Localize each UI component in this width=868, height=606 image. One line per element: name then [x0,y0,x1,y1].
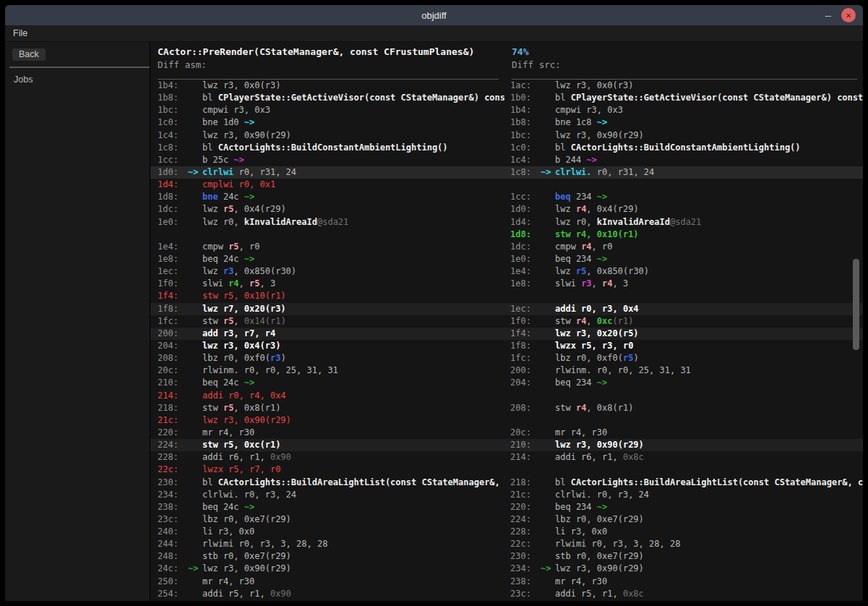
asm-line-right[interactable]: 1e4:lwz r5, 0x850(r30) [504,265,863,278]
asm-line-right[interactable]: 1d0:lwz r4, 0x4(r29) [504,203,863,215]
diff-row[interactable]: 1c0:bne 1d0 ~>1b8:bne 1c8 ~> [150,116,863,129]
diff-row[interactable]: 240:li r3, 0x0228:li r3, 0x0 [150,526,863,538]
asm-line-left[interactable]: 228:addi r6, r1, 0x90 [150,451,504,464]
asm-line-right[interactable]: 200:rlwinm. r0, r0, 25, 31, 31 [504,364,863,377]
diff-row[interactable]: 1e8:beq 24c ~>1e0:beq 234 ~> [150,253,863,265]
title-bar[interactable]: objdiff – ✕ [5,5,863,25]
asm-line-left[interactable]: 1f4:stw r5, 0x10(r1) [150,290,504,302]
menu-item-file[interactable]: File [5,28,35,38]
asm-line-right[interactable]: 1ac:lwz r3, 0x0(r3) [504,80,863,92]
asm-line-right[interactable]: 230:stb r0, 0xe7(r29) [504,550,863,563]
asm-line-left[interactable]: 1fc:stw r5, 0x14(r1) [150,315,504,328]
asm-line-right[interactable]: 20c:mr r4, r30 [504,427,863,439]
asm-line-left[interactable]: 1cc:b 25c ~> [150,154,504,166]
asm-line-right[interactable]: 21c:clrlwi. r0, r3, 24 [504,489,863,501]
asm-line-right[interactable]: 23c:addi r5, r1, 0x8c [504,588,863,600]
asm-line-left[interactable]: 1d8:bne 24c ~> [150,191,504,203]
diff-row[interactable]: 238:beq 24c ~>220:beq 234 ~> [150,501,863,513]
asm-line-left[interactable]: 24c:~>lwz r3, 0x90(r29) [150,563,504,575]
diff-row[interactable]: 21c:lwz r3, 0x90(r29) [150,414,863,427]
asm-line-right[interactable]: 214:addi r6, r1, 0x8c [504,451,863,464]
diff-row[interactable]: 23c:lbz r0, 0xe7(r29)224:lbz r0, 0xe7(r2… [150,513,863,526]
diff-row[interactable]: 1e4:cmpw r5, r01dc:cmpw r4, r0 [150,241,863,253]
asm-line-right[interactable]: 1f4:lwz r3, 0x20(r5) [504,328,863,340]
asm-line-left[interactable]: 250:mr r4, r30 [150,576,504,588]
vertical-scrollbar-thumb[interactable] [853,259,859,350]
diff-row[interactable]: 1b8:bl CPlayerState::GetActiveVisor(cons… [150,92,863,104]
diff-row[interactable]: 218:stw r5, 0x8(r1)208:stw r4, 0x8(r1) [150,402,863,414]
asm-line-left[interactable]: 204:lwz r3, 0x4(r3) [150,340,504,352]
asm-line-right[interactable] [504,179,863,191]
asm-line-left[interactable]: 20c:rlwinm. r0, r0, 25, 31, 31 [150,364,504,377]
diff-row[interactable]: 1d8:bne 24c ~>1cc:beq 234 ~> [150,191,863,203]
asm-line-left[interactable]: 1c8:bl CActorLights::BuildConstantAmbien… [150,142,504,154]
asm-line-left[interactable]: 230:bl CActorLights::BuildAreaLightList(… [150,477,504,489]
asm-line-right[interactable]: 1c4:b 244 ~> [504,154,863,166]
diff-row[interactable]: 204:lwz r3, 0x4(r3)1f8:lwzx r5, r3, r0 [150,340,863,352]
asm-line-right[interactable] [504,414,863,427]
diff-row[interactable]: 1d0:~>clrlwi r0, r31, 241c8:~>clrlwi. r0… [150,166,863,179]
asm-line-left[interactable]: 224:stw r5, 0xc(r1) [150,439,504,451]
diff-row[interactable]: 244:rlwimi r0, r3, 3, 28, 2822c:rlwimi r… [150,538,863,550]
asm-line-right[interactable]: 1ec:addi r0, r3, 0x4 [504,303,863,315]
asm-line-left[interactable]: 1d0:~>clrlwi r0, r31, 24 [150,166,504,179]
diff-row[interactable]: 230:bl CActorLights::BuildAreaLightList(… [150,477,863,489]
diff-row[interactable]: 224:stw r5, 0xc(r1)210:lwz r3, 0x90(r29) [150,439,863,451]
asm-line-left[interactable]: 240:li r3, 0x0 [150,526,504,538]
asm-line-right[interactable]: 1d8:stw r4, 0x10(r1) [504,229,863,241]
minimize-button[interactable]: – [825,5,831,25]
asm-line-left[interactable]: 254:addi r5, r1, 0x90 [150,588,504,600]
asm-line-right[interactable]: 234:~>lwz r3, 0x90(r29) [504,563,863,575]
asm-line-left[interactable]: 1d4:cmplwi r0, 0x1 [150,179,504,191]
asm-line-left[interactable]: 1f8:lwz r7, 0x20(r3) [150,303,504,315]
asm-line-right[interactable]: 228:li r3, 0x0 [504,526,863,538]
close-button[interactable]: ✕ [841,8,856,22]
asm-line-right[interactable]: 1c0:bl CActorLights::BuildConstantAmbien… [504,142,863,154]
diff-row[interactable]: 1d4:cmplwi r0, 0x1 [150,179,863,191]
asm-line-left[interactable]: 214:addi r0, r4, 0x4 [150,390,504,402]
diff-row[interactable]: 208:lbz r0, 0xf0(r3)1fc:lbz r0, 0xf0(r5) [150,352,863,364]
asm-line-right[interactable]: 1bc:lwz r3, 0x90(r29) [504,129,863,142]
diff-row[interactable]: 214:addi r0, r4, 0x4 [150,390,863,402]
asm-line-left[interactable]: 234:clrlwi. r0, r3, 24 [150,489,504,501]
asm-line-left[interactable]: 21c:lwz r3, 0x90(r29) [150,414,504,427]
asm-line-right[interactable]: 1b4:cmpwi r3, 0x3 [504,104,863,116]
diff-row[interactable]: 22c:lwzx r5, r7, r0 [150,464,863,476]
asm-line-left[interactable]: 1b4:lwz r3, 0x0(r3) [150,80,504,92]
asm-line-left[interactable]: 218:stw r5, 0x8(r1) [150,402,504,414]
diff-row[interactable]: 210:beq 24c ~>204:beq 234 ~> [150,377,863,389]
asm-line-right[interactable]: 220:beq 234 ~> [504,501,863,513]
diff-row[interactable]: 220:mr r4, r3020c:mr r4, r30 [150,427,863,439]
diff-row[interactable]: 1c4:lwz r3, 0x90(r29)1bc:lwz r3, 0x90(r2… [150,129,863,142]
diff-row[interactable]: 1e0:lwz r0, kInvalidAreaId@sda211d4:lwz … [150,216,863,229]
diff-row[interactable]: 1c8:bl CActorLights::BuildConstantAmbien… [150,142,863,154]
asm-line-left[interactable]: 208:lbz r0, 0xf0(r3) [150,352,504,364]
asm-line-right[interactable]: 1e0:beq 234 ~> [504,253,863,265]
asm-line-left[interactable]: 1ec:lwz r3, 0x850(r30) [150,265,504,278]
asm-line-right[interactable]: 1b0:bl CPlayerState::GetActiveVisor(cons… [504,92,863,104]
diff-row[interactable]: 1f8:lwz r7, 0x20(r3)1ec:addi r0, r3, 0x4 [150,303,863,315]
sidebar-item-jobs[interactable]: Jobs [5,68,150,85]
diff-row[interactable]: 228:addi r6, r1, 0x90214:addi r6, r1, 0x… [150,451,863,464]
asm-line-right[interactable]: 1b8:bne 1c8 ~> [504,116,863,129]
asm-line-right[interactable]: 1f8:lwzx r5, r3, r0 [504,340,863,352]
asm-line-left[interactable]: 210:beq 24c ~> [150,377,504,389]
diff-row[interactable]: 1fc:stw r5, 0x14(r1)1f0:stw r4, 0xc(r1) [150,315,863,328]
asm-line-left[interactable]: 244:rlwimi r0, r3, 3, 28, 28 [150,538,504,550]
diff-row[interactable]: 1bc:cmpwi r3, 0x31b4:cmpwi r3, 0x3 [150,104,863,116]
asm-line-left[interactable]: 1f0:slwi r4, r5, 3 [150,278,504,290]
diff-row[interactable]: 1f0:slwi r4, r5, 31e8:slwi r3, r4, 3 [150,278,863,290]
asm-line-right[interactable]: 1fc:lbz r0, 0xf0(r5) [504,352,863,364]
asm-line-right[interactable]: 1e8:slwi r3, r4, 3 [504,278,863,290]
diff-row[interactable]: 254:addi r5, r1, 0x9023c:addi r5, r1, 0x… [150,588,863,600]
asm-line-left[interactable]: 23c:lbz r0, 0xe7(r29) [150,513,504,526]
asm-line-right[interactable]: 1d4:lwz r0, kInvalidAreaId@sda21 [504,216,863,229]
diff-row[interactable]: 1dc:lwz r5, 0x4(r29)1d0:lwz r4, 0x4(r29) [150,203,863,215]
diff-row[interactable]: 1b4:lwz r3, 0x0(r3)1ac:lwz r3, 0x0(r3) [150,80,863,92]
asm-line-left[interactable]: 1dc:lwz r5, 0x4(r29) [150,203,504,215]
asm-line-left[interactable]: 1e8:beq 24c ~> [150,253,504,265]
asm-line-right[interactable]: 22c:rlwimi r0, r3, 3, 28, 28 [504,538,863,550]
asm-line-left[interactable]: 200:add r3, r7, r4 [150,328,504,340]
asm-line-left[interactable]: 220:mr r4, r30 [150,427,504,439]
asm-line-right[interactable]: 1c8:~>clrlwi. r0, r31, 24 [504,166,863,179]
